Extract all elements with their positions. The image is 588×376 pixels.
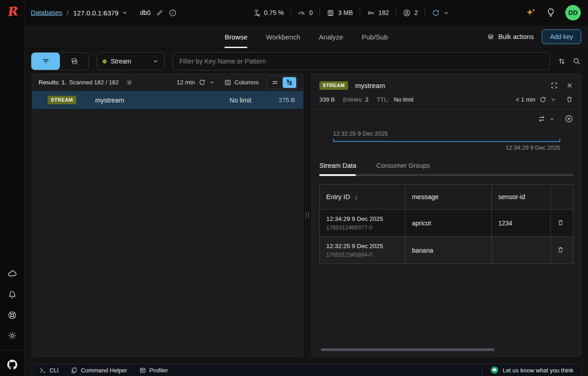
search-icon[interactable]: [573, 57, 581, 65]
delete-entry-trash-icon[interactable]: [557, 246, 564, 253]
columns-label: Columns: [235, 79, 259, 86]
results-count: Results: 1.: [39, 79, 66, 86]
clients-value: 2: [414, 9, 418, 16]
add-key-button[interactable]: Add key: [542, 29, 581, 44]
tab-stream-data[interactable]: Stream Data: [319, 162, 356, 169]
stream-type-dot-icon: [103, 59, 107, 63]
breadcrumb-separator: /: [67, 9, 69, 16]
profiler-icon: [139, 367, 146, 374]
divider: [290, 9, 291, 17]
cli-button[interactable]: CLI: [39, 367, 59, 374]
detail-type-badge: STREAM: [319, 81, 348, 90]
header-sensor-id[interactable]: sensor-id: [492, 185, 551, 210]
last-refresh-label: 12 min: [176, 79, 195, 86]
notifications-bell-icon[interactable]: [8, 290, 17, 299]
user-avatar[interactable]: DD: [565, 5, 581, 20]
main-nav: Browse Workbench Analyze Pub/Sub Bulk ac…: [24, 25, 588, 49]
profiler-button[interactable]: Profiler: [139, 367, 168, 374]
breadcrumb-databases-link[interactable]: Databases: [31, 9, 62, 16]
left-rail: R: [0, 0, 24, 376]
tab-pubsub[interactable]: Pub/Sub: [362, 25, 388, 48]
scanned-count: Scanned 182 / 182: [69, 79, 118, 86]
command-helper-button[interactable]: Command Helper: [71, 367, 127, 374]
entries-label: Entries:: [343, 96, 363, 103]
clients-user-icon: [403, 9, 411, 17]
close-icon[interactable]: [566, 82, 573, 89]
chevron-down-icon[interactable]: [550, 97, 556, 103]
list-view-button[interactable]: [268, 77, 282, 88]
cloud-icon[interactable]: [7, 269, 17, 279]
keys-value: 182: [378, 9, 389, 16]
key-type-select[interactable]: Stream: [97, 52, 165, 70]
key-row-mystream[interactable]: STREAM mystream No limit 275 B: [32, 91, 303, 109]
panel-resize-gutter[interactable]: [304, 73, 311, 357]
ops-stat: 0: [298, 9, 313, 17]
insights-lightbulb-icon[interactable]: [546, 8, 556, 18]
settings-gear-icon[interactable]: [8, 331, 17, 340]
feedback-smiley-icon: [490, 366, 499, 374]
key-list-empty-area: [32, 109, 303, 356]
feedback-label: Let us know what you think: [503, 367, 573, 374]
chevron-down-icon[interactable]: [209, 79, 215, 85]
cpu-stat: 0.75 %: [253, 9, 284, 17]
filter-by-type-button[interactable]: [60, 53, 88, 70]
cli-label: CLI: [49, 367, 59, 374]
copilot-sparkles-icon[interactable]: [525, 7, 536, 18]
command-helper-label: Command Helper: [81, 367, 127, 374]
key-search-input[interactable]: [172, 52, 550, 70]
feedback-button[interactable]: Let us know what you think: [482, 364, 573, 376]
gauge-icon: [298, 9, 305, 17]
refresh-icon[interactable]: [539, 96, 546, 103]
detail-divider: [312, 109, 581, 110]
tree-view-button[interactable]: [283, 77, 296, 88]
filter-by-pattern-button[interactable]: [31, 53, 60, 70]
redis-logo-icon[interactable]: R: [6, 5, 18, 18]
entry-message: banana: [406, 237, 492, 264]
detail-size: 339 B: [319, 96, 335, 103]
range-slider[interactable]: [333, 139, 560, 142]
edit-db-pencil-icon[interactable]: [156, 9, 163, 16]
tab-workbench[interactable]: Workbench: [266, 25, 300, 48]
memory-stat: 3 MB: [327, 9, 353, 17]
tab-consumer-groups[interactable]: Consumer Groups: [376, 162, 430, 169]
scan-settings-gear-icon[interactable]: [126, 79, 133, 86]
key-type-selected: Stream: [111, 58, 131, 65]
sort-keys-icon[interactable]: [558, 57, 566, 65]
stream-range-timeline[interactable]: 12:32:25 9 Dec 2025 12:34:29 9 Dec 2025: [333, 130, 560, 151]
db-info-icon[interactable]: [169, 9, 176, 17]
divider: [360, 9, 360, 17]
bulk-actions-button[interactable]: Bulk actions: [487, 33, 534, 41]
delete-entry-trash-icon[interactable]: [557, 219, 564, 226]
rail-divider: [0, 350, 24, 351]
divider: [396, 9, 396, 17]
range-end-label: 12:34:29 9 Dec 2025: [333, 144, 560, 151]
key-type-badge: STREAM: [48, 96, 76, 104]
view-mode-toggle: [267, 76, 298, 89]
key-size: 275 B: [269, 97, 295, 103]
horizontal-scrollbar[interactable]: [321, 348, 495, 351]
delete-key-trash-icon[interactable]: [566, 96, 573, 103]
ttl-value: No limit: [394, 96, 413, 103]
instance-selector[interactable]: 127.0.0.1:6379: [73, 9, 128, 17]
tab-browse[interactable]: Browse: [225, 25, 247, 48]
ttl-label: TTL:: [377, 96, 389, 103]
fullscreen-expand-icon[interactable]: [550, 82, 558, 89]
refresh-icon[interactable]: [199, 79, 206, 86]
chevron-down-icon: [443, 10, 449, 16]
tab-analyze[interactable]: Analyze: [319, 25, 343, 48]
db-index-label: db0: [140, 9, 150, 16]
github-icon[interactable]: [7, 360, 17, 370]
detail-key-name: mystream: [355, 82, 385, 89]
add-entry-plus-icon[interactable]: [565, 115, 573, 123]
header-message[interactable]: message: [406, 185, 492, 210]
columns-button[interactable]: Columns: [224, 79, 259, 86]
header-actions: [551, 185, 573, 210]
divider: [425, 9, 425, 17]
chevron-down-icon[interactable]: [549, 116, 555, 122]
help-lifebuoy-icon[interactable]: [8, 311, 17, 320]
stats-refresh-button[interactable]: [432, 9, 449, 17]
swap-columns-icon[interactable]: [538, 115, 546, 123]
resize-grip-icon[interactable]: [306, 212, 309, 219]
layers-icon: [487, 33, 495, 41]
header-entry-id[interactable]: Entry ID ↓: [320, 185, 406, 210]
